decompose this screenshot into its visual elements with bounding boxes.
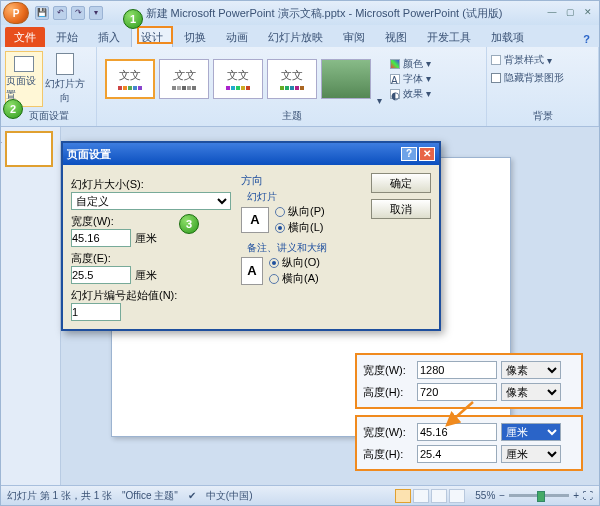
slide-thumbnails-panel: 1	[1, 127, 61, 485]
zoom-slider[interactable]	[509, 494, 569, 497]
slides-portrait-radio[interactable]: 纵向(P)	[275, 204, 325, 219]
hide-bg-checkbox[interactable]: 隐藏背景图形	[491, 71, 564, 85]
page-setup-label: 页面设置	[6, 74, 42, 102]
effects-button[interactable]: ◐效果▾	[390, 87, 431, 101]
notes-landscape-radio[interactable]: 横向(A)	[269, 271, 320, 286]
spellcheck-icon[interactable]: ✔	[188, 490, 196, 501]
tab-insert[interactable]: 插入	[89, 27, 129, 47]
normal-view-icon[interactable]	[395, 489, 411, 503]
page-setup-icon	[14, 56, 34, 72]
fonts-button[interactable]: A字体▾	[390, 72, 431, 86]
callout-number-1: 1	[123, 9, 143, 29]
qat-more-icon[interactable]: ▾	[89, 6, 103, 20]
tab-slideshow[interactable]: 幻灯片放映	[259, 27, 332, 47]
window-title: 新建 Microsoft PowerPoint 演示文稿.pptx - Micr…	[103, 6, 545, 21]
notes-portrait-radio[interactable]: 纵向(O)	[269, 255, 320, 270]
zoom-in-icon[interactable]: +	[573, 490, 579, 501]
theme-thumb-3[interactable]: 文文	[213, 59, 263, 99]
cm-height-input[interactable]	[417, 445, 497, 463]
undo-icon[interactable]: ↶	[53, 6, 67, 20]
cm-width-unit-select[interactable]: 厘米	[501, 423, 561, 441]
orientation-icon	[56, 53, 74, 75]
slides-landscape-radio[interactable]: 横向(L)	[275, 220, 325, 235]
callout-number-2: 2	[3, 99, 23, 119]
theme-thumb-4[interactable]: 文文	[267, 59, 317, 99]
tab-view[interactable]: 视图	[376, 27, 416, 47]
dialog-titlebar: 页面设置 ? ✕	[63, 143, 439, 165]
office-orb-button[interactable]: P	[3, 2, 29, 24]
fit-window-icon[interactable]: ⛶	[583, 490, 593, 501]
arrow-icon	[439, 399, 479, 429]
theme-thumb-2[interactable]: 文文	[159, 59, 209, 99]
close-icon[interactable]: ✕	[581, 7, 595, 19]
slide-thumbnail-1[interactable]: 1	[5, 131, 53, 167]
fonts-icon: A	[390, 74, 400, 84]
dialog-help-icon[interactable]: ?	[401, 147, 417, 161]
tab-design[interactable]: 设计	[131, 26, 173, 47]
notes-orient-icon: A	[241, 257, 263, 285]
slide-orientation-button[interactable]: 幻灯片方向	[45, 51, 85, 107]
number-from-label: 幻灯片编号起始值(N):	[71, 288, 231, 303]
slide-size-label: 幻灯片大小(S):	[71, 177, 231, 192]
tab-transition[interactable]: 切换	[175, 27, 215, 47]
px-width-input[interactable]	[417, 361, 497, 379]
slides-subheading: 幻灯片	[247, 190, 361, 204]
bg-styles-icon	[491, 55, 501, 65]
page-setup-dialog: 页面设置 ? ✕ 幻灯片大小(S): 自定义 宽度(W): 厘米 高度(E): …	[61, 141, 441, 331]
checkbox-icon	[491, 73, 501, 83]
tab-addins[interactable]: 加载项	[482, 27, 533, 47]
thumb-number: 1	[0, 135, 2, 145]
statusbar: 幻灯片 第 1 张，共 1 张 "Office 主题" ✔ 中文(中国) 55%…	[1, 485, 599, 505]
bg-styles-button[interactable]: 背景样式▾	[491, 53, 552, 67]
tab-developer[interactable]: 开发工具	[418, 27, 480, 47]
slide-size-select[interactable]: 自定义	[71, 192, 231, 210]
px-width-unit-select[interactable]: 像素	[501, 361, 561, 379]
cm-width-label: 宽度(W):	[363, 425, 413, 440]
slideshow-view-icon[interactable]	[449, 489, 465, 503]
group-label-theme: 主题	[101, 108, 482, 124]
status-language[interactable]: 中文(中国)	[206, 489, 253, 503]
px-height-label: 高度(H):	[363, 385, 413, 400]
bg-styles-label: 背景样式	[504, 53, 544, 67]
tab-review[interactable]: 审阅	[334, 27, 374, 47]
save-icon[interactable]: 💾	[35, 6, 49, 20]
width-input[interactable]	[71, 229, 131, 247]
zoom-out-icon[interactable]: −	[499, 490, 505, 501]
effects-icon: ◐	[390, 89, 400, 99]
px-height-unit-select[interactable]: 像素	[501, 383, 561, 401]
height-input[interactable]	[71, 266, 131, 284]
window-buttons: — ▢ ✕	[545, 7, 595, 19]
titlebar: P 💾 ↶ ↷ ▾ 新建 Microsoft PowerPoint 演示文稿.p…	[1, 1, 599, 25]
help-icon[interactable]: ?	[574, 30, 599, 47]
ribbon: 页面设置 幻灯片方向 页面设置 文文 文文 文文 文文 ▾ 颜色▾ A字体▾	[1, 47, 599, 127]
orientation-label: 幻灯片方向	[45, 77, 85, 105]
tab-file[interactable]: 文件	[5, 27, 45, 47]
reading-view-icon[interactable]	[431, 489, 447, 503]
dialog-close-icon[interactable]: ✕	[419, 147, 435, 161]
tab-home[interactable]: 开始	[47, 27, 87, 47]
theme-thumb-1[interactable]: 文文	[105, 59, 155, 99]
zoom-percent[interactable]: 55%	[475, 490, 495, 501]
minimize-icon[interactable]: —	[545, 7, 559, 19]
group-label-bg: 背景	[491, 108, 594, 124]
redo-icon[interactable]: ↷	[71, 6, 85, 20]
restore-icon[interactable]: ▢	[563, 7, 577, 19]
width-label: 宽度(W):	[71, 214, 231, 229]
status-theme: "Office 主题"	[122, 489, 178, 503]
tab-animation[interactable]: 动画	[217, 27, 257, 47]
cancel-button[interactable]: 取消	[371, 199, 431, 219]
number-from-input[interactable]	[71, 303, 121, 321]
status-slide: 幻灯片 第 1 张，共 1 张	[7, 489, 112, 503]
sorter-view-icon[interactable]	[413, 489, 429, 503]
ok-button[interactable]: 确定	[371, 173, 431, 193]
cm-height-unit-select[interactable]: 厘米	[501, 445, 561, 463]
app-window: P 💾 ↶ ↷ ▾ 新建 Microsoft PowerPoint 演示文稿.p…	[0, 0, 600, 506]
colors-button[interactable]: 颜色▾	[390, 57, 431, 71]
cm-height-label: 高度(H):	[363, 447, 413, 462]
px-width-label: 宽度(W):	[363, 363, 413, 378]
theme-text: 文文	[173, 68, 195, 83]
colors-label: 颜色	[403, 57, 423, 71]
theme-thumb-5[interactable]	[321, 59, 371, 99]
theme-more-icon[interactable]: ▾	[375, 93, 384, 108]
ribbon-tabs: 文件 开始 插入 设计 切换 动画 幻灯片放映 审阅 视图 开发工具 加载项 ?	[1, 25, 599, 47]
